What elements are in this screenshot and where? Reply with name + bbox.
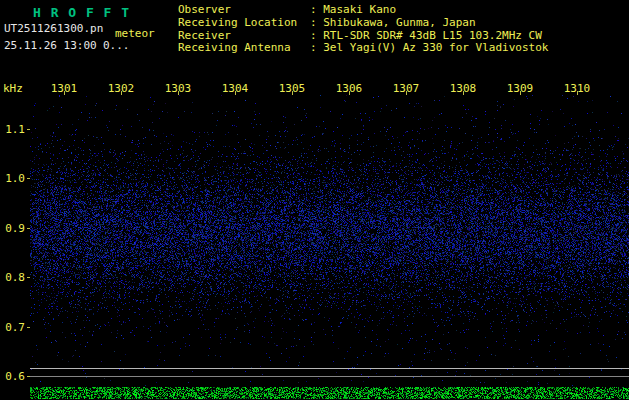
station-field-separator: : [310, 41, 323, 54]
station-field-value: 3el Yagi(V) Az 330 for Vladivostok [323, 41, 548, 54]
y-axis-unit: kHz [3, 82, 23, 95]
spectrogram-canvas [30, 95, 629, 386]
y-axis-tick-label: 0.8 [1, 271, 25, 284]
output-filename: UT2511261300.pn [4, 22, 103, 35]
station-field-separator: : [310, 29, 323, 42]
station-field-label: Observer [178, 4, 310, 17]
y-axis-tick-label: 1.1 [1, 123, 25, 136]
station-field-value: Masaki Kano [323, 3, 396, 16]
station-field-value: Shibukawa, Gunma, Japan [323, 16, 475, 29]
station-field-separator: : [310, 16, 323, 29]
station-field-label: Receiving Location [178, 17, 310, 30]
station-info-row: Receiving Antenna: 3el Yagi(V) Az 330 fo… [178, 42, 548, 55]
station-field-separator: : [310, 3, 323, 16]
observation-datetime: 25.11.26 13:00 [4, 39, 97, 52]
hrofft-window: H R O F F T UT2511261300.pn meteor 25.11… [0, 0, 629, 400]
station-field-label: Receiving Antenna [178, 42, 310, 55]
app-title: H R O F F T [33, 5, 130, 20]
station-info: Observer: Masaki KanoReceiving Location:… [178, 4, 548, 55]
y-axis-tick-label: 0.9 [1, 222, 25, 235]
y-axis-tick-label: 0.7 [1, 321, 25, 334]
marker-line-lower [30, 376, 629, 377]
echo-counter: 0... [103, 39, 130, 52]
station-field-value: RTL-SDR SDR# 43dB L15 103.2MHz CW [323, 29, 542, 42]
signal-level-strip [30, 387, 629, 399]
y-axis-tick-label: 0.6 [1, 370, 25, 383]
y-axis-tick-label: 1.0 [1, 172, 25, 185]
marker-line-upper [30, 368, 629, 369]
